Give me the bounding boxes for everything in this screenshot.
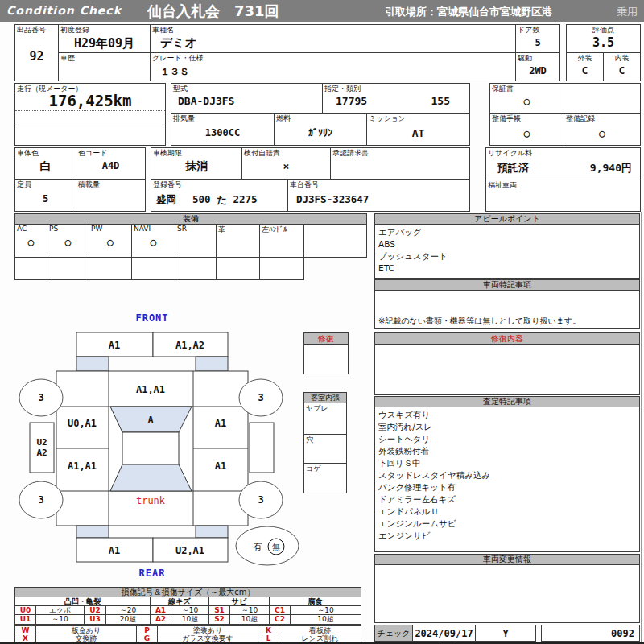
- presence-no: 無: [272, 543, 280, 551]
- brand-logo: Condition Check: [6, 4, 122, 17]
- capacity-value: 5: [15, 193, 76, 204]
- fuel-label: 燃料: [276, 114, 291, 124]
- interior-grade-cell: 内装 C: [603, 52, 641, 81]
- insurance-label: 検付自賠責: [244, 148, 280, 159]
- appeal-point-item: ETC: [378, 262, 639, 275]
- car-damage-diagram: FRONT A1 A1,A2 A1,A1 A U0,A1 A1,A1 A1 A1…: [14, 310, 361, 587]
- equipment-cell-leather: 革: [216, 224, 260, 258]
- first-registration-label: 初度登録: [60, 25, 89, 35]
- assessment-note-item: 下回りＳ中: [378, 457, 639, 469]
- maintenance-book-cell: 整備手帳 ○: [489, 113, 564, 146]
- color-code-value: A4D: [76, 160, 145, 171]
- divider: [15, 110, 165, 111]
- roof-window: [122, 432, 179, 464]
- assessment-note-item: 室内汚れ/スレ: [378, 421, 639, 433]
- welfare-vehicle-cell: 福祉車両: [485, 180, 641, 212]
- left-rear-door-mark: A1,A1: [68, 460, 97, 472]
- grade-value: １３Ｓ: [160, 65, 189, 79]
- right-front-door-mark: A1: [215, 418, 226, 429]
- rear-pillar-left: [76, 526, 109, 538]
- recycle-status: 預託済: [497, 161, 529, 175]
- equipment-cell-ac: AC ○: [14, 224, 47, 258]
- lot-number-label: 出品番号: [17, 25, 46, 35]
- title-bar: Condition Check 仙台入札会 731回 引取場所：宮城県仙台市宮城…: [0, 0, 644, 22]
- doors-label: ドア数: [518, 25, 539, 35]
- model-code-label: 型式: [173, 84, 188, 94]
- equipment-cell-pw: PW ○: [89, 224, 132, 258]
- history-label: 車歴: [60, 53, 75, 64]
- equipment-empty-row-cell: [14, 257, 47, 280]
- front-bumper-left-mark: A1: [109, 340, 120, 351]
- rear-bumper-right-mark: U2,A1: [175, 545, 204, 556]
- equipment-empty-row-cell: [89, 257, 132, 280]
- sheet-number-value: 0092: [611, 628, 634, 639]
- color-code-cell: 色コード A4D: [76, 147, 146, 180]
- displacement-value: 1300CC: [171, 127, 274, 138]
- equipment-label: SR: [177, 225, 187, 233]
- designation-cell: 指定・類別 17795 155: [322, 83, 470, 114]
- equipment-header: 装備: [14, 213, 367, 225]
- legend-code: U1: [14, 614, 36, 625]
- front-bumper-right-mark: A1,A2: [175, 340, 204, 351]
- displacement-cell: 排気量 1300CC: [171, 113, 275, 146]
- assessment-note-item: シートヘタリ: [378, 433, 639, 445]
- model-name-label: 車種名: [152, 25, 174, 35]
- equipment-label: NAVI: [134, 225, 151, 233]
- maintenance-record-cell: 整備記録 ○: [564, 113, 641, 146]
- recycle-fee-label: リサイクル料: [488, 148, 532, 159]
- inspection-expiry-cell: 車検期限 抹消: [151, 147, 242, 180]
- score-label: 評価点: [567, 25, 640, 35]
- appeal-points-header: アピールポイント: [374, 213, 640, 225]
- chassis-number-value: DJ3FS-323647: [296, 193, 369, 205]
- check-label-cell: チェック: [374, 625, 413, 642]
- hood-mark: A1,A1: [136, 384, 165, 395]
- maintenance-record-mark: ○: [564, 127, 640, 139]
- legend-desc: 10超: [290, 614, 361, 625]
- left-side-mark-1: U2: [36, 437, 47, 448]
- page-edge-line: [641, 212, 642, 642]
- assessment-note-item: エンジンルームサビ: [378, 518, 639, 530]
- rear-pillar-right: [196, 526, 228, 538]
- assessment-note-item: エンドパネルＵ: [378, 506, 639, 518]
- assessment-note-item: パンク修理キット有: [378, 481, 639, 493]
- legend-desc: 20超: [105, 614, 151, 625]
- warranty-mark: ○: [490, 95, 564, 107]
- assessment-note-item: スタッドレスタイヤ積み込み: [378, 469, 639, 481]
- equipment-cell-ps: PS ○: [47, 224, 89, 258]
- exterior-grade-label: 外装: [567, 53, 603, 64]
- maintenance-book-mark: ○: [490, 127, 564, 139]
- insurance-cell: 検付自賠責 ×: [242, 147, 331, 180]
- appeal-point-item: プッシュスタート: [378, 250, 639, 262]
- equipment-mark: ○: [132, 236, 175, 248]
- warranty-label: 保証書: [492, 84, 514, 94]
- check-inspector-cell: Y: [475, 625, 536, 642]
- right-rear-door-mark: A1: [215, 460, 226, 472]
- equipment-mark: ○: [89, 236, 131, 248]
- equipment-empty-row-cell: [131, 257, 175, 280]
- exterior-grade-cell: 外装 C: [566, 52, 604, 81]
- auction-sheet: { "header": { "brand": "Condition Check"…: [0, 0, 644, 644]
- repair-content-body: [374, 344, 640, 395]
- change-info-header: 車両変更情報: [374, 554, 640, 565]
- equipment-empty-row-cell: [259, 257, 304, 280]
- equipment-empty-row-cell: [47, 257, 89, 280]
- inspection-expiry-value: 抹消: [151, 159, 242, 174]
- doors-cell: ドア数 5: [515, 24, 560, 53]
- windshield-mark: A: [147, 415, 154, 426]
- vehicle-notes-header: 車両特記事項: [374, 279, 640, 291]
- equipment-label: 左ﾊﾝﾄﾞﾙ: [262, 225, 287, 235]
- pickup-location: 引取場所：宮城県仙台市宮城野区港: [385, 5, 552, 19]
- front-label: FRONT: [135, 312, 168, 324]
- exterior-grade-value: C: [567, 64, 603, 76]
- model-name-cell: 車種名 デミオ: [150, 24, 516, 53]
- equipment-label: AC: [17, 225, 27, 233]
- equipment-label: 革: [218, 225, 225, 235]
- assessment-notes-body: ウスキズ有り 室内汚れ/スレ シートヘタリ 外装鉄粉付着 下回りＳ中 スタッドレ…: [374, 407, 640, 552]
- mileage-cell: 走行（現メーター） 176,425km: [14, 83, 166, 146]
- equipment-cell-navi: NAVI ○: [131, 224, 175, 258]
- transmission-cell: ミッション AT: [366, 113, 470, 146]
- legend-desc: 10超: [229, 614, 270, 625]
- trunk-label: trunk: [136, 495, 166, 506]
- front-pillar-right: [196, 357, 228, 371]
- equipment-cell-sr: SR: [175, 224, 217, 258]
